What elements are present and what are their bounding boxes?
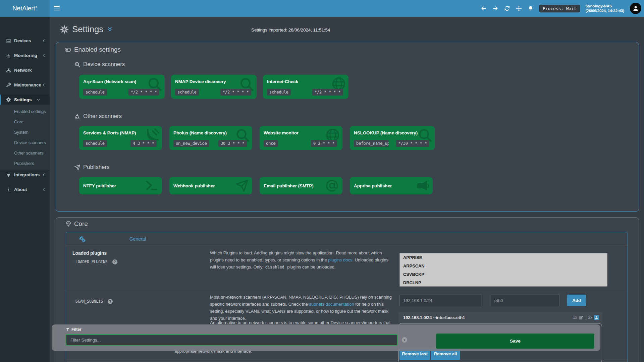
card-nslookup[interactable]: NSLOOKUP (Name discovery) before_name_up… (350, 126, 435, 150)
sidebar-item-publishers[interactable]: Publishers (0, 158, 50, 169)
sidebar-item-enabled-settings[interactable]: Enabled settings (0, 106, 50, 117)
subnet-entry-value: 192.168.1.0/24 --interface=eth1 (403, 315, 465, 320)
sidebar-item-settings[interactable]: Settings (0, 95, 50, 105)
other-scanners-heading: Other scanners (74, 113, 122, 120)
interface-input[interactable] (491, 295, 560, 306)
page-title: Settings (60, 24, 113, 35)
sidebar-item-monitoring[interactable]: Monitoring (0, 50, 50, 60)
host-name: Synology-NAS (586, 4, 624, 8)
help-question-icon[interactable]: ? (108, 299, 113, 304)
card-pholus[interactable]: Pholus (Name discovery) on_new_device30 … (169, 126, 252, 150)
cron-badge: */2 * * * * (312, 89, 343, 96)
move-icon[interactable] (516, 5, 522, 11)
bell-icon[interactable] (528, 5, 534, 11)
sidebar-item-core[interactable]: Core (0, 117, 50, 127)
bullhorn-icon (415, 179, 429, 193)
top-right-cluster: Process: Wait Synology-NAS (26/06/2024, … (481, 0, 641, 17)
sidebar-item-system[interactable]: System (0, 127, 50, 137)
chevron-left-icon (42, 188, 46, 191)
terminal-icon (145, 179, 159, 193)
card-apprise[interactable]: Apprise publisher (350, 177, 433, 194)
subnet-input[interactable] (399, 295, 481, 306)
multiplier-1x-label: 1x (573, 315, 577, 320)
cron-badge: 0 2 * * * (311, 140, 337, 147)
plugin-option[interactable]: CSVBCKP (400, 270, 607, 279)
subnets-docs-link[interactable]: subnets documentation (309, 302, 354, 307)
enabled-settings-heading: Enabled settings (65, 46, 121, 53)
search-plus-icon (74, 61, 80, 68)
paper-plane-icon (235, 179, 249, 192)
settings-imported-status: Settings imported: 26/06/2024, 11:51:54 (251, 27, 330, 33)
sidebar-item-maintenance[interactable]: Maintenance (0, 80, 50, 90)
process-status-badge[interactable]: Process: Wait (539, 5, 580, 12)
publisher-cards: NTFY publisher Webhook publisher Email p… (79, 177, 433, 194)
gear-icon (6, 97, 11, 102)
save-button[interactable]: Save (436, 334, 594, 349)
publishers-heading: Publishers (74, 164, 109, 171)
loaded-plugins-title: Loaded plugins (72, 250, 107, 256)
brand-sup: x (36, 5, 37, 9)
sidebar-item-other-scanners[interactable]: Other scanners (0, 148, 50, 158)
cron-badge: */30 * * * * (396, 140, 430, 147)
settings-submenu: Enabled settings Core System Device scan… (0, 105, 50, 170)
add-subnet-button[interactable]: Add (567, 295, 586, 306)
chevron-down-icon (37, 98, 40, 102)
filter-overlay: Filter x Save (52, 324, 600, 351)
tab-general[interactable]: General (129, 236, 146, 242)
sidebar-item-about[interactable]: About (0, 184, 50, 194)
schedule-badge: schedule (83, 89, 107, 96)
subnet-entry-controls: 1x | 2x (573, 315, 599, 320)
at-icon (325, 179, 339, 193)
cron-badge: */2 * * * * (220, 89, 251, 96)
plugin-option[interactable]: ARPSCAN (400, 262, 607, 270)
cron-badge: */2 * * * * (128, 89, 159, 96)
card-nmap-discovery[interactable]: NMAP Device discovery schedule*/2 * * * … (171, 75, 257, 99)
core-tab-row: General (66, 232, 628, 246)
card-internet-check[interactable]: Internet-Check schedule*/2 * * * * (263, 75, 348, 99)
cron-badge: 30 3 * * * (218, 140, 247, 147)
enabled-settings-panel: Enabled settings Device scanners Arp-Sca… (56, 42, 639, 212)
sidebar-item-network[interactable]: Network (0, 65, 50, 75)
chevron-left-icon (42, 83, 46, 87)
multiplier-2x-label: 2x (588, 315, 592, 320)
forward-arrow-icon[interactable] (492, 5, 498, 11)
card-webhook[interactable]: Webhook publisher (169, 177, 252, 194)
loaded-plugins-listbox[interactable]: APPRISE ARPSCAN CSVBCKP DBCLNP (399, 253, 607, 287)
top-bar: NetAlertx Process: Wait Synology-NAS (26… (0, 0, 644, 17)
row-divider (66, 292, 628, 292)
app-logo[interactable]: NetAlertx (0, 0, 50, 17)
refresh-icon[interactable] (504, 5, 510, 11)
loaded-plugins-key: LOADED_PLUGINS ? (72, 258, 117, 265)
sidebar-item-devices[interactable]: Devices (0, 36, 50, 46)
info-icon (6, 187, 11, 192)
laptop-icon (6, 38, 11, 43)
sidebar-toggle-icon[interactable] (54, 6, 60, 11)
chart-icon (6, 53, 11, 58)
back-arrow-icon[interactable] (481, 5, 487, 11)
plugin-option[interactable]: DBCLNP (400, 279, 607, 287)
person-walk-icon[interactable] (594, 315, 599, 320)
card-ntfy[interactable]: NTFY publisher (79, 177, 162, 194)
clear-filter-icon[interactable]: x (402, 337, 407, 343)
user-avatar[interactable] (630, 3, 641, 14)
card-email-smtp[interactable]: Email publisher (SMTP) (260, 177, 342, 194)
device-scanners-heading: Device scanners (74, 61, 125, 68)
sidebar: Devices Monitoring Network Maintenance S… (0, 17, 50, 362)
card-services-ports[interactable]: Services & Ports (NMAP) schedule4 3 * * … (79, 126, 162, 150)
double-chevron-down-icon[interactable] (107, 26, 113, 32)
sidebar-item-device-scanners[interactable]: Device scanners (0, 137, 50, 148)
edit-icon[interactable] (579, 315, 584, 320)
card-website-monitor[interactable]: Website monitor once0 2 * * * (260, 126, 342, 150)
filter-settings-input[interactable] (66, 334, 398, 346)
brand-text: NetAlert (12, 5, 35, 12)
paper-plane-icon (74, 164, 80, 171)
plugin-option[interactable]: APPRISE (400, 253, 607, 262)
card-arp-scan[interactable]: Arp-Scan (Network scan) schedule*/2 * * … (79, 75, 165, 99)
sidebar-item-integrations[interactable]: Integrations (0, 170, 50, 180)
help-question-icon[interactable]: ? (112, 259, 117, 264)
gear-icon (60, 25, 68, 34)
schedule-badge: on_new_device (173, 140, 209, 147)
chevron-left-icon (42, 39, 46, 43)
gears-icon[interactable] (79, 236, 86, 242)
plugins-docs-link[interactable]: plugins docs (328, 257, 352, 262)
